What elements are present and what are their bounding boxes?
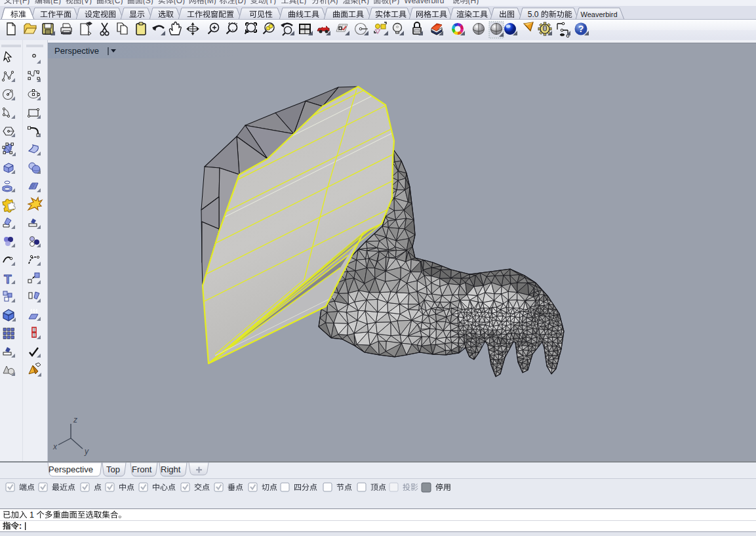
svg-text:y: y bbox=[84, 447, 89, 456]
svg-text:(M): (M) bbox=[205, 0, 216, 5]
svg-text:T: T bbox=[4, 272, 12, 286]
svg-text:(E): (E) bbox=[50, 0, 61, 5]
svg-text:(S): (S) bbox=[143, 0, 153, 5]
svg-text:Perspective: Perspective bbox=[49, 464, 93, 474]
svg-text:(H): (H) bbox=[468, 0, 479, 5]
svg-text:(D): (D) bbox=[235, 0, 247, 5]
svg-text:Top: Top bbox=[106, 464, 120, 474]
svg-text:(L): (L) bbox=[297, 0, 307, 5]
svg-text:Weaverbird: Weaverbird bbox=[404, 0, 444, 5]
svg-text:(O): (O) bbox=[174, 0, 185, 5]
svg-text:(A): (A) bbox=[327, 0, 338, 5]
svg-text:z: z bbox=[73, 415, 77, 424]
svg-text:Weaverbird: Weaverbird bbox=[581, 10, 618, 18]
svg-text:?: ? bbox=[578, 24, 584, 34]
svg-text:(V): (V) bbox=[81, 0, 92, 5]
svg-text:(P): (P) bbox=[389, 0, 399, 5]
svg-text:(R): (R) bbox=[358, 0, 369, 5]
svg-text:(F): (F) bbox=[20, 0, 30, 5]
svg-text:5.0: 5.0 bbox=[528, 10, 539, 19]
svg-text:(C): (C) bbox=[112, 0, 123, 5]
svg-text:Perspective: Perspective bbox=[54, 46, 99, 56]
svg-text::: : bbox=[19, 522, 22, 531]
svg-text:(T): (T) bbox=[266, 0, 276, 5]
svg-text:x: x bbox=[52, 442, 58, 451]
svg-text:Right: Right bbox=[161, 464, 181, 474]
svg-text:Front: Front bbox=[132, 464, 152, 474]
svg-text:1: 1 bbox=[30, 510, 34, 520]
